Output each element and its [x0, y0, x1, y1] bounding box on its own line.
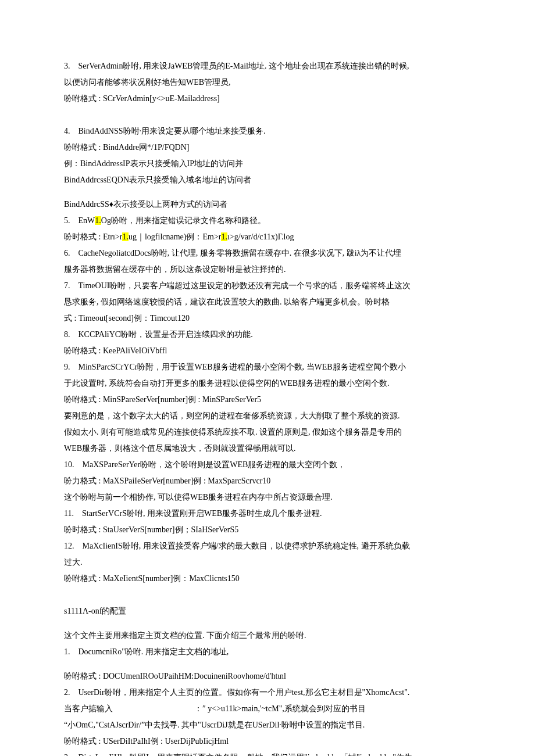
- text-line: 恳求服务, 假如网络速度较慢的话，建议在此设置较大的数曲. 以给客户端更多机会。…: [64, 294, 471, 310]
- text-line: 例：BindAddressIP表示只接受输入IP地址的访问并: [64, 156, 471, 172]
- text-line: 8. KCCPAliYC吩咐，设置是否开启连续四求的功能.: [64, 327, 471, 343]
- text-line: 9. MinSParcSCrYCr吩附，用于设置WEB服务进程的最小空闲个数, …: [64, 359, 471, 375]
- text-fragment: ug｜logfilcname)例：Em>r: [129, 232, 222, 241]
- text-line: 吩咐格式 : DOCUmenIROoUPaihHM:DocuineniRoovh…: [64, 668, 471, 685]
- text-line: 10. MaXSPareSerYer吩咐，这个吩咐则是设置WEB服务进程的最大空…: [64, 457, 471, 473]
- text-line: 2. UserDir吩咐，用来指定个人主页的位置。假如你有一个用户test,那么…: [64, 685, 471, 701]
- highlight-mark: 1.: [95, 216, 101, 225]
- text-line: “小OmC,"CstAJscrDir/”中去找寻. 其中"UscrDiJ就是在U…: [64, 717, 471, 733]
- text-line: 吩咐格式 : MaXeIientS[number]例：MaxClicnts150: [64, 571, 471, 587]
- text-line: 式 : Timeout[second]例：Timcout120: [64, 310, 471, 327]
- blank-line: [64, 619, 471, 628]
- blank-line: [64, 188, 471, 196]
- text-line: s1111Λ-onf的配置: [64, 603, 471, 619]
- blank-line: [64, 660, 471, 668]
- text-line: 吩咐格式 : BindAddre网*/1P/FQDN]: [64, 139, 471, 156]
- text-line: 于此设置时, 系统符会自动打开更多的服务进程以使得空闲的WEB服务进程的最小空闲…: [64, 375, 471, 392]
- text-line: 吩时格式 : StaUserVerS[number]例；SIaHSerVerS5: [64, 522, 471, 538]
- text-line: 当客户掂输入 ：″ y<>u11k>main,'~tcM",系统就会到对应的书目: [64, 701, 471, 717]
- highlight-mark: 1.: [122, 232, 129, 241]
- text-line: 要刚意的是，这个数字太大的话，则空闲的进程在奢侈系统资源，大大削取了整个系统的资…: [64, 408, 471, 424]
- text-line: WEB服务器，则格这个值尽属地设大，否则就设置得畅用就可以.: [64, 440, 471, 457]
- highlight-mark: 1.: [221, 232, 227, 241]
- text-line: 3. DirtxIoryIiHlex吩即I，用来声明忏页文件名限- , 般地，我…: [64, 750, 471, 756]
- text-line: BindAddrcSS♦衣示接受以上两种方式的访问者: [64, 196, 471, 213]
- text-fragment: Og吩咐，用来指定错误记录文件名称和路径。: [101, 216, 266, 225]
- text-fragment: 5. EnW: [64, 216, 95, 225]
- blank-line: [64, 587, 471, 603]
- text-line: 这个吩咐与前一个相协作, 可以使得WEB服务进程在内存中所占资源最合理.: [64, 489, 471, 506]
- text-fragment: 吩时格式 : Etrı>r: [64, 232, 122, 241]
- text-line: 以便访问者能够将状况刚好地告知WEB管理员,: [64, 74, 471, 91]
- text-line: 吩咐格式 : USerDiItPaIhI例 : UserDijPubIicjHm…: [64, 733, 471, 750]
- text-line: BindAddrcssEQDN表示只接受输入域名地址的访问者: [64, 172, 471, 188]
- text-line: 假如太小. 则有可能造成常见的连接使得系统应接不取. 设置的原则是, 假如这个服…: [64, 424, 471, 440]
- document-body: 3. SerVerAdmin吩咐, 用来设JaWEB管理员的E-Mail地址. …: [64, 58, 471, 756]
- text-line-highlight: 吩时格式 : Etrı>r1.ug｜logfilcname)例：Em>r1.ı>…: [64, 229, 471, 245]
- text-line: 吩咐格式 : SCrVerAdmin[y<>uE-Mailaddress]: [64, 91, 471, 107]
- text-fragment: ı>g/var/d/c11x)Γ.log: [227, 232, 294, 241]
- text-line: 4. BindAddNSS吩咐·用来设定要从哪个地址来接受服务.: [64, 123, 471, 139]
- text-line: 1. DocumcniRo"吩咐. 用来指定主文档的地址,: [64, 644, 471, 660]
- text-line: 这个文件主要用来指定主页文档的位置. 下面介绍三个最常用的吩咐.: [64, 628, 471, 644]
- text-line-highlight: 5. EnW1.Og吩咐，用来指定错误记录文件名称和路径。: [64, 213, 471, 229]
- text-line: 6. CacheNegoliatcdDocs吩咐, 让代理, 服务零将数据留在缓…: [64, 245, 471, 261]
- text-line: 服务器将数据留在缓存中的，所以这条设定吩咐是被注择掉的.: [64, 261, 471, 278]
- text-line: 12. MaXcIienIS吩咐, 用来设置接受客户端/求的最大数目，以使得求护…: [64, 538, 471, 554]
- text-line: 吩咐格式 : KeePAliVeIOiVbffl: [64, 343, 471, 359]
- text-line: 11. StartSerVCrS吩咐, 用来设置刚开启WEB服务器时生成几个服务…: [64, 506, 471, 522]
- blank-line: [64, 107, 471, 123]
- text-line: 吩咐格式 : MinSPareSerVer[number]例 : MinSPar…: [64, 392, 471, 408]
- text-line: 7. TimeOUI吩咐，只要客户端超过这里设定的秒数还没有完成一个号求的话，服…: [64, 278, 471, 294]
- text-line: 过大.: [64, 554, 471, 571]
- text-line: 3. SerVerAdmin吩咐, 用来设JaWEB管理员的E-Mail地址. …: [64, 58, 471, 74]
- text-line: 吩力格式 : MaXSPaiIeSerVer[number]例 : MaxSpa…: [64, 473, 471, 489]
